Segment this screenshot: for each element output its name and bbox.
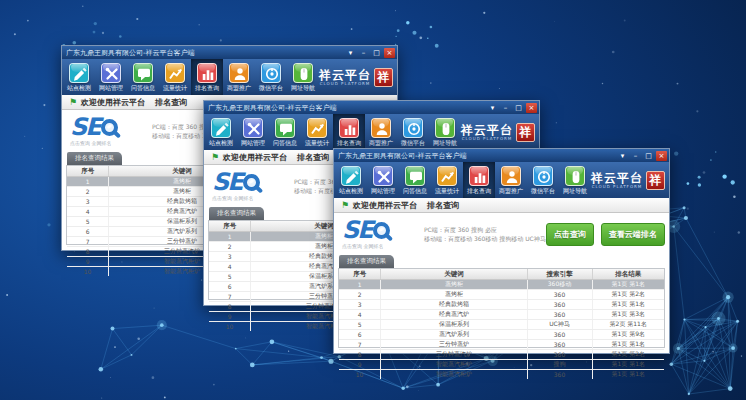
table-cell: 10 — [209, 322, 251, 331]
tab-ranking-results[interactable]: 排名查询结果 — [209, 207, 264, 220]
toolbar-item-bar-chart[interactable]: 排名查询 — [191, 59, 223, 95]
toolbar-item-label: 问答信息 — [403, 187, 427, 194]
tab-ranking-results[interactable]: 排名查询结果 — [339, 255, 394, 268]
table-cell: 7 — [209, 292, 251, 301]
toolbar-item-pencil[interactable]: 站点检测 — [63, 59, 95, 95]
toolbar-item-label: 网站管理 — [99, 84, 123, 91]
column-header: 排名结果 — [593, 269, 665, 279]
toolbar-item-compass[interactable]: 微信平台 — [397, 114, 429, 150]
table-cell: 2 — [67, 187, 109, 196]
titlebar[interactable]: 广东九鼎王厨具有限公司-祥云平台客户端 ▾–□× — [204, 101, 539, 114]
table-header-row: 序号关键词搜索引擎排名结果 — [339, 269, 664, 280]
maximize-button[interactable]: □ — [513, 103, 524, 113]
toolbar-item-pencil[interactable]: 站点检测 — [335, 162, 367, 198]
close-button[interactable]: × — [526, 103, 537, 113]
table-row[interactable]: 7三分钟蒸炉360第1页 第1名 — [339, 340, 664, 350]
minimize-button[interactable]: – — [630, 151, 641, 161]
table-body: 1蒸烤柜360移动第1页 第1名2蒸烤柜360第1页 第2名3经典款烤箱360第… — [339, 280, 664, 379]
toolbar-item-person[interactable]: 商盟推广 — [223, 59, 255, 95]
table-cell: 第1页 第1名 — [593, 360, 665, 369]
window-title: 广东九鼎王厨具有限公司-祥云平台客户端 — [338, 151, 617, 161]
toolbar-item-label: 排名查询 — [337, 139, 361, 146]
mouse-icon — [565, 166, 585, 186]
toolbar-item-label: 网址导航 — [433, 139, 457, 146]
seo-logo: SE 点击查询 全网排名 — [70, 116, 144, 146]
table-row[interactable]: 4经典蒸汽炉360第1页 第3名 — [339, 310, 664, 320]
table-cell: 3 — [209, 252, 251, 261]
table-cell: 经典款烤箱 — [381, 300, 527, 309]
window-title: 广东九鼎王厨具有限公司-祥云平台客户端 — [208, 103, 487, 113]
view-cloud-ranking-button[interactable]: 查看云端排名 — [601, 223, 665, 246]
table-cell: 4 — [339, 310, 381, 319]
table-row[interactable]: 8三分钟蒸汽炉360第1页 第2名 — [339, 350, 664, 360]
maximize-button[interactable]: □ — [643, 151, 654, 161]
welcome-text: 欢迎使用祥云平台 — [223, 152, 287, 163]
tab-ranking-results[interactable]: 排名查询结果 — [67, 152, 122, 165]
toolbar-item-line-chart[interactable]: 流量统计 — [159, 59, 191, 95]
titlebar[interactable]: 广东九鼎王厨具有限公司-祥云平台客户端 ▾–□× — [334, 149, 669, 162]
minimize-button[interactable]: – — [500, 103, 511, 113]
table-row[interactable]: 1蒸烤柜360移动第1页 第1名 — [339, 280, 664, 290]
column-header: 序号 — [67, 166, 109, 176]
toolbar-item-person[interactable]: 商盟推广 — [365, 114, 397, 150]
table-cell: 6 — [339, 330, 381, 339]
toolbar-item-chat[interactable]: 问答信息 — [269, 114, 301, 150]
table-row[interactable]: 9智能蒸汽柜炉搜狗第1页 第1名 — [339, 360, 664, 370]
seo-logo: SE 点击查询 全网排名 — [212, 171, 286, 201]
toolbar-item-pencil[interactable]: 站点检测 — [205, 114, 237, 150]
minimize-button[interactable]: – — [358, 48, 369, 58]
table-row[interactable]: 5保温柜系列UC神马第2页 第11名 — [339, 320, 664, 330]
toolbar-item-tools[interactable]: 网站管理 — [237, 114, 269, 150]
toolbar-item-chat[interactable]: 问答信息 — [127, 59, 159, 95]
toolbar: 站点检测网站管理问答信息流量统计排名查询商盟推广微信平台网址导航 祥云平台 CL… — [204, 114, 539, 150]
table-row[interactable]: 6蒸汽炉系列360第1页 第9名 — [339, 330, 664, 340]
maximize-button[interactable]: □ — [371, 48, 382, 58]
toolbar-item-mouse[interactable]: 网址导航 — [287, 59, 319, 95]
table-row[interactable]: 3经典款烤箱360第1页 第1名 — [339, 300, 664, 310]
skin-button[interactable]: ▾ — [345, 48, 356, 58]
toolbar-item-compass[interactable]: 微信平台 — [527, 162, 559, 198]
toolbar-item-tools[interactable]: 网站管理 — [95, 59, 127, 95]
skin-button[interactable]: ▾ — [617, 151, 628, 161]
table-cell: 第1页 第2名 — [593, 350, 665, 359]
table-row[interactable]: 2蒸烤柜360第1页 第2名 — [339, 290, 664, 300]
toolbar-item-mouse[interactable]: 网址导航 — [429, 114, 461, 150]
brand: 祥云平台 CLOUD PLATFORM 祥 — [319, 59, 396, 95]
table-cell: 2 — [209, 242, 251, 251]
seo-tagline: 点击查询 全网排名 — [342, 243, 416, 249]
chat-icon — [133, 63, 153, 83]
close-button[interactable]: × — [656, 151, 667, 161]
tools-icon — [101, 63, 121, 83]
toolbar-item-bar-chart[interactable]: 排名查询 — [333, 114, 365, 150]
query-button[interactable]: 点击查询 — [546, 223, 594, 246]
skin-button[interactable]: ▾ — [487, 103, 498, 113]
toolbar-item-chat[interactable]: 问答信息 — [399, 162, 431, 198]
toolbar-item-line-chart[interactable]: 流量统计 — [431, 162, 463, 198]
toolbar-item-compass[interactable]: 微信平台 — [255, 59, 287, 95]
table-cell: 5 — [209, 272, 251, 281]
table-cell: 360 — [528, 350, 593, 359]
toolbar-item-bar-chart[interactable]: 排名查询 — [463, 162, 495, 198]
welcome-page-label: 排名查询 — [427, 200, 459, 211]
toolbar-item-label: 流量统计 — [163, 84, 187, 91]
pencil-icon — [211, 118, 231, 138]
table-cell: 9 — [209, 312, 251, 321]
person-icon — [371, 118, 391, 138]
titlebar[interactable]: 广东九鼎王厨具有限公司-祥云平台客户端 ▾–□× — [62, 46, 397, 59]
table-cell: 8 — [209, 302, 251, 311]
table-cell: 7 — [67, 237, 109, 246]
table-cell: 5 — [67, 217, 109, 226]
toolbar-item-label: 微信平台 — [531, 187, 555, 194]
brand-subtitle: CLOUD PLATFORM — [591, 184, 643, 189]
toolbar-item-label: 排名查询 — [195, 84, 219, 91]
toolbar-item-line-chart[interactable]: 流量统计 — [301, 114, 333, 150]
toolbar-item-person[interactable]: 商盟推广 — [495, 162, 527, 198]
close-button[interactable]: × — [384, 48, 395, 58]
table-cell: 6 — [209, 282, 251, 291]
toolbar-item-mouse[interactable]: 网址导航 — [559, 162, 591, 198]
table-row[interactable]: 10智能蒸汽柜炉360第1页 第1名 — [339, 370, 664, 379]
toolbar-item-tools[interactable]: 网站管理 — [367, 162, 399, 198]
toolbar-item-label: 微信平台 — [401, 139, 425, 146]
mouse-icon — [293, 63, 313, 83]
brand-name: 祥云平台 — [591, 172, 643, 184]
